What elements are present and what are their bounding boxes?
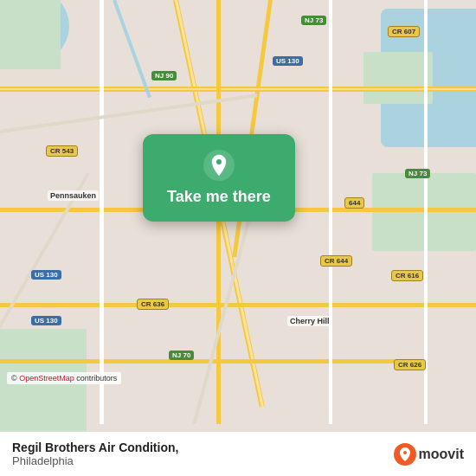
cta-label: Take me there bbox=[167, 188, 271, 206]
svg-point-1 bbox=[216, 159, 222, 164]
route-badge-cr607: CR 607 bbox=[388, 26, 420, 37]
route-badge-cr616: CR 616 bbox=[391, 270, 423, 281]
road-horiz-1-center bbox=[0, 88, 476, 90]
route-badge-nj73-top: NJ 73 bbox=[301, 16, 326, 25]
moovit-text: moovit bbox=[419, 447, 464, 462]
pennsauken-label: Pennsauken bbox=[48, 190, 99, 201]
route-badge-nj90: NJ 90 bbox=[151, 71, 177, 80]
route-badge-nj70: NJ 70 bbox=[169, 351, 194, 360]
road-vert-1 bbox=[100, 0, 104, 424]
location-city: Philadelphia bbox=[12, 454, 178, 467]
green-area-2 bbox=[363, 52, 433, 104]
route-badge-cr644-lower: CR 644 bbox=[320, 255, 352, 267]
location-name: Regil Brothers Air Condition, bbox=[12, 441, 178, 454]
location-pin-icon bbox=[203, 150, 235, 181]
route-badge-cr543: CR 543 bbox=[46, 145, 78, 157]
osm-attribution: © OpenStreetMap contributors bbox=[7, 372, 121, 384]
app-container: Pennsauken Cherry Hill NJ 73CR 607NJ 90U… bbox=[0, 0, 476, 476]
green-area-1 bbox=[0, 0, 61, 69]
route-badge-cr636: CR 636 bbox=[137, 299, 169, 310]
route-badge-cr626: CR 626 bbox=[394, 359, 426, 370]
route-badge-nj73-mid: NJ 73 bbox=[405, 169, 430, 178]
take-me-there-button[interactable]: Take me there bbox=[143, 134, 295, 222]
route-badge-us130-lower: US 130 bbox=[31, 316, 61, 325]
cherry-hill-label: Cherry Hill bbox=[287, 316, 332, 326]
moovit-pin-icon bbox=[394, 443, 416, 466]
route-badge-us130-top: US 130 bbox=[273, 56, 303, 66]
osm-link[interactable]: OpenStreetMap bbox=[19, 374, 74, 383]
route-badge-cr644-right: 644 bbox=[344, 197, 364, 209]
route-badge-us130-left: US 130 bbox=[31, 270, 61, 280]
river-road bbox=[113, 0, 151, 98]
map-background: Pennsauken Cherry Hill NJ 73CR 607NJ 90U… bbox=[0, 0, 476, 431]
map-area: Pennsauken Cherry Hill NJ 73CR 607NJ 90U… bbox=[0, 0, 476, 431]
road-horiz-3 bbox=[0, 303, 476, 307]
location-info: Regil Brothers Air Condition, Philadelph… bbox=[12, 441, 178, 467]
road-vert-3 bbox=[329, 0, 332, 424]
info-bar: Regil Brothers Air Condition, Philadelph… bbox=[0, 431, 476, 476]
moovit-logo: moovit bbox=[394, 443, 464, 466]
